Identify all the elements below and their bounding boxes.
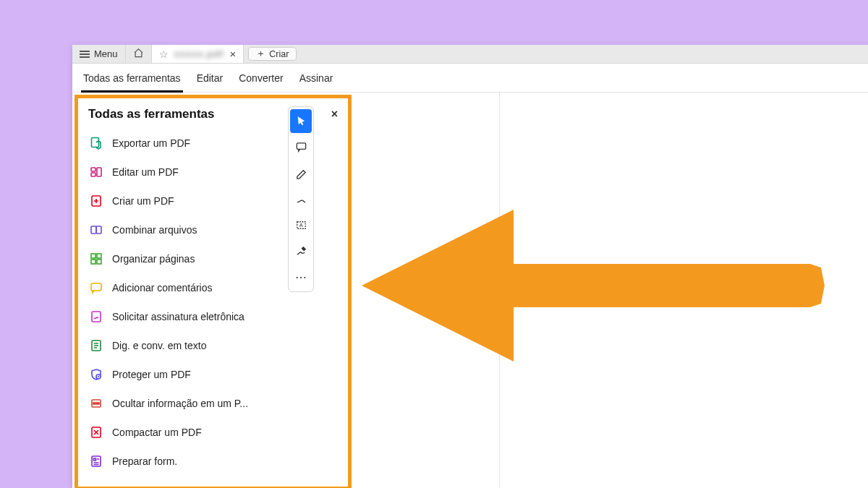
titlebar: Menu ☆ xxxxx.pdf × ＋ Criar (72, 45, 868, 64)
tool-compress[interactable]: Compactar um PDF (81, 418, 345, 447)
svg-rect-12 (92, 312, 101, 322)
esign-icon (90, 310, 103, 323)
svg-rect-8 (97, 254, 101, 258)
document-tab[interactable]: ☆ xxxxx.pdf × (152, 45, 244, 63)
create-button[interactable]: ＋ Criar (248, 47, 297, 61)
app-window: Menu ☆ xxxxx.pdf × ＋ Criar Todas as ferr… (72, 45, 868, 488)
home-button[interactable] (126, 45, 152, 63)
more-tool[interactable]: ⋯ (290, 265, 312, 289)
tool-tabs: Todas as ferramentasEditarConverterAssin… (72, 64, 868, 93)
tool-label: Organizar páginas (112, 253, 195, 265)
create-label: Criar (269, 49, 289, 59)
tool-label: Dig. e conv. em texto (112, 340, 206, 351)
export-pdf-icon (90, 137, 103, 150)
ocr-icon (90, 339, 103, 352)
svg-rect-19 (94, 458, 96, 461)
tab-editar[interactable]: Editar (189, 64, 231, 92)
tool-label: Criar um PDF (112, 195, 174, 207)
redact-icon (90, 397, 103, 410)
comment-tool[interactable] (290, 135, 312, 159)
home-icon (133, 48, 144, 60)
panel-close-button[interactable]: × (331, 108, 338, 121)
tab-converter[interactable]: Converter (231, 64, 291, 92)
tab-todas-as-ferramentas[interactable]: Todas as ferramentas (75, 64, 189, 92)
tool-label: Proteger um PDF (112, 369, 191, 380)
tool-label: Preparar form. (112, 455, 177, 467)
all-tools-panel: Todas as ferramentas × Exportar um PDFEd… (75, 95, 352, 488)
tool-label: Exportar um PDF (112, 137, 190, 149)
tool-label: Combinar arquivos (112, 224, 197, 236)
svg-rect-7 (91, 254, 95, 258)
svg-rect-6 (96, 226, 101, 234)
draw-tool[interactable] (290, 187, 312, 211)
svg-rect-5 (91, 226, 96, 234)
tool-protect[interactable]: Proteger um PDF (81, 360, 345, 389)
panel-title: Todas as ferramentas (88, 107, 214, 121)
svg-rect-9 (91, 260, 95, 264)
create-pdf-icon (90, 194, 103, 207)
plus-icon: ＋ (256, 48, 265, 60)
favorite-star-icon[interactable]: ☆ (159, 48, 169, 60)
tool-label: Compactar um PDF (112, 427, 202, 438)
tool-label: Ocultar informação em um P... (112, 398, 248, 409)
compress-icon (90, 426, 103, 439)
svg-rect-10 (97, 260, 101, 264)
tool-label: Solicitar assinatura eletrônica (112, 311, 244, 322)
combine-icon (90, 223, 103, 236)
svg-rect-0 (92, 138, 99, 147)
tool-label: Adicionar comentários (112, 282, 213, 294)
protect-icon (90, 368, 103, 381)
svg-rect-1 (91, 168, 95, 171)
svg-rect-3 (97, 168, 101, 176)
tab-filename: xxxxx.pdf (174, 48, 224, 59)
svg-rect-11 (91, 283, 101, 291)
tool-redact[interactable]: Ocultar informação em um P... (81, 389, 345, 418)
menu-label: Menu (94, 48, 118, 59)
text-select-tool[interactable]: A (290, 213, 312, 237)
close-tab-button[interactable]: × (230, 48, 237, 60)
svg-rect-20 (297, 143, 305, 150)
form-icon (90, 455, 103, 468)
sign-tool[interactable] (290, 239, 312, 263)
tool-ocr[interactable]: Dig. e conv. em texto (81, 331, 345, 360)
tool-form[interactable]: Preparar form. (81, 447, 345, 476)
svg-text:A: A (299, 222, 303, 228)
quick-toolbar: A⋯ (288, 106, 314, 292)
tool-label: Editar um PDF (112, 166, 179, 178)
menu-button[interactable]: Menu (72, 45, 126, 63)
hamburger-icon (80, 51, 90, 58)
tool-esign[interactable]: Solicitar assinatura eletrônica (81, 302, 345, 331)
workspace: Todas as ferramentas × Exportar um PDFEd… (72, 93, 868, 488)
cursor-tool[interactable] (290, 109, 312, 133)
tab-assinar[interactable]: Assinar (292, 64, 341, 92)
svg-rect-2 (91, 173, 95, 176)
edit-pdf-icon (90, 166, 103, 179)
highlight-tool[interactable] (290, 161, 312, 185)
comment-icon (90, 281, 103, 294)
document-viewport[interactable] (499, 93, 868, 488)
organize-icon (90, 252, 103, 265)
svg-rect-16 (93, 403, 99, 404)
